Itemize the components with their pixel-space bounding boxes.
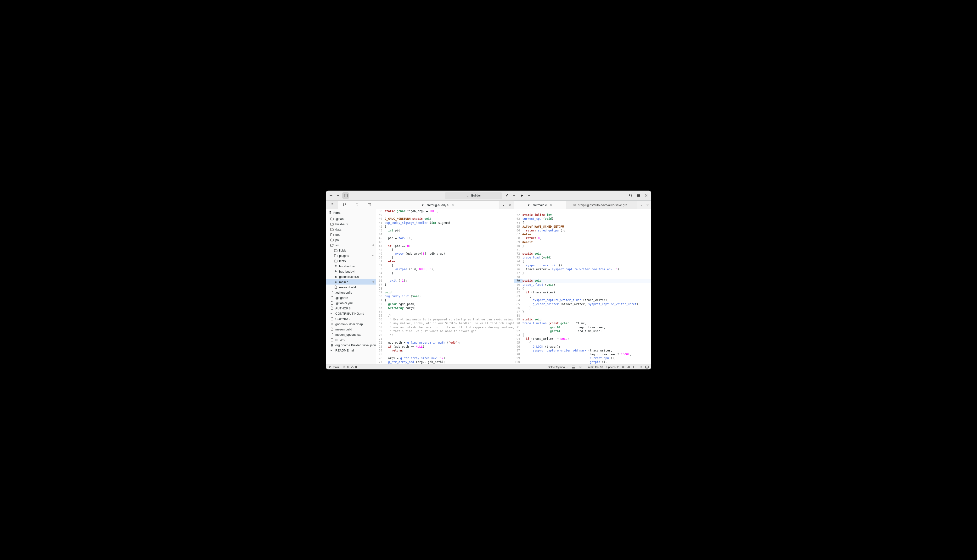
tree-node[interactable]: M↓README.md <box>326 348 376 353</box>
tree-node[interactable]: hbug-buddy.h <box>326 269 376 274</box>
close-tab-icon[interactable]: ✕ <box>550 203 552 207</box>
status-eol[interactable]: LF <box>633 366 636 368</box>
tree-node[interactable]: M↓CONTRIBUTING.md <box>326 311 376 316</box>
panel-icon <box>572 365 575 369</box>
tree-label: NEWS <box>335 338 345 342</box>
build-menu-button[interactable] <box>510 192 517 199</box>
build-button[interactable] <box>504 192 510 199</box>
code-editor-left[interactable]: 38static gchar **gdb_argv = NULL;39 40G_… <box>376 209 514 364</box>
menu-button[interactable] <box>635 192 642 199</box>
tree-node[interactable]: </>gnome-builder.doap <box>326 322 376 327</box>
tree-node[interactable]: Cbug-buddy.c <box>326 263 376 269</box>
pane-close-button[interactable] <box>644 202 650 208</box>
tree-node[interactable]: libide <box>326 248 376 253</box>
tree-node[interactable]: Cmain.c <box>326 279 376 285</box>
tree-node[interactable]: meson.build <box>326 285 376 290</box>
status-branch[interactable]: main <box>328 365 339 369</box>
list-icon <box>330 203 334 207</box>
file-icon: h <box>334 275 338 278</box>
tree-node[interactable]: .gitlab <box>326 216 376 222</box>
svg-point-4 <box>345 203 346 205</box>
tree-node[interactable]: plugins <box>326 253 376 258</box>
file-icon <box>334 285 338 289</box>
tree-label: .gitlab-ci.yml <box>335 301 353 305</box>
tree-node[interactable]: data <box>326 227 376 232</box>
pane-menu-button[interactable] <box>501 202 507 208</box>
file-icon <box>334 254 338 258</box>
tree-node[interactable]: NEWS <box>326 337 376 342</box>
close-window-button[interactable] <box>642 192 649 199</box>
tree-label: AUTHORS <box>335 307 351 310</box>
file-tree[interactable]: .gitlabbuild-auxdatadocposrclibideplugin… <box>326 216 376 364</box>
new-menu-button[interactable] <box>335 192 341 199</box>
tree-node[interactable]: .gitlab-ci.yml <box>326 300 376 306</box>
branch-icon <box>343 203 346 207</box>
tree-label: libide <box>339 249 346 252</box>
status-diagnostics[interactable]: 0 0 <box>342 365 357 369</box>
status-position[interactable]: Ln 62, Col 18 <box>587 366 603 368</box>
tree-label: CONTRIBUTING.md <box>335 312 364 315</box>
tab-bug-buddy[interactable]: C src/bug-buddy.c ✕ <box>376 201 500 209</box>
status-toggle-bottom[interactable] <box>645 365 649 369</box>
status-lang[interactable]: C <box>640 366 642 368</box>
sidebar-tab-vcs[interactable] <box>338 201 351 209</box>
tree-label: .gitlab <box>335 217 344 221</box>
code-editor-right[interactable]: 61 62static inline int63current_cpu (voi… <box>514 209 651 364</box>
svg-point-7 <box>356 205 357 205</box>
tree-node[interactable]: AUTHORS <box>326 306 376 311</box>
hammer-icon <box>505 194 509 198</box>
tree-node[interactable]: {}org.gnome.Builder.Devel.json <box>326 342 376 348</box>
tree-label: meson.build <box>339 285 356 289</box>
sidebar-tab-debug[interactable] <box>351 201 363 209</box>
tree-label: .gitignore <box>335 296 348 300</box>
tree-node[interactable]: .editorconfig <box>326 290 376 295</box>
tree-node[interactable]: tests <box>326 258 376 263</box>
status-indent[interactable]: Spaces: 2 <box>607 366 619 368</box>
chevron-down-icon <box>336 194 340 198</box>
error-icon <box>342 365 346 369</box>
modified-marker <box>372 244 374 246</box>
omnibar-title: Builder <box>471 194 481 197</box>
tree-node[interactable]: build-aux <box>326 222 376 227</box>
file-icon <box>330 327 334 331</box>
svg-point-9 <box>329 366 330 367</box>
tab-main-c[interactable]: C src/main.c ✕ <box>514 201 566 209</box>
updown-icon <box>466 194 470 198</box>
omnibar[interactable]: Builder <box>445 192 502 199</box>
status-symbol[interactable]: Select Symbol… <box>548 366 568 368</box>
file-icon: C <box>334 280 338 284</box>
status-panel-button[interactable] <box>572 365 575 369</box>
tab-gresource[interactable]: </> src/plugins/auto-save/auto-save.gres… <box>566 201 637 209</box>
titlebar: Builder <box>326 190 651 201</box>
pane-menu-button[interactable] <box>638 202 644 208</box>
new-button[interactable] <box>328 192 335 199</box>
svg-point-2 <box>629 194 631 196</box>
tree-node[interactable]: .gitignore <box>326 295 376 300</box>
status-mode[interactable]: INS <box>579 366 583 368</box>
tree-node[interactable]: COPYING <box>326 316 376 322</box>
tree-node[interactable]: po <box>326 237 376 242</box>
pane-close-button[interactable] <box>507 202 513 208</box>
modified-marker <box>372 281 374 283</box>
file-icon <box>330 222 334 226</box>
svg-point-3 <box>343 203 344 205</box>
status-encoding[interactable]: UTF-8 <box>622 366 630 368</box>
tree-node[interactable]: meson_options.txt <box>326 332 376 337</box>
file-icon <box>330 217 334 221</box>
sidebar-tab-todo[interactable] <box>363 201 376 209</box>
tree-node[interactable]: meson.build <box>326 327 376 332</box>
run-menu-button[interactable] <box>525 192 532 199</box>
tree-label: data <box>335 228 341 231</box>
sidebar-tab-files[interactable] <box>326 201 338 209</box>
run-button[interactable] <box>519 192 525 199</box>
file-icon <box>330 243 334 247</box>
tree-node[interactable]: doc <box>326 232 376 237</box>
tree-node[interactable]: src <box>326 242 376 248</box>
close-tab-icon[interactable]: ✕ <box>452 203 454 207</box>
toggle-sidebar-button[interactable] <box>342 192 349 199</box>
search-button[interactable] <box>627 192 634 199</box>
file-icon <box>330 306 334 310</box>
file-icon <box>330 233 334 237</box>
tree-icon <box>328 211 332 215</box>
tree-node[interactable]: hgconstructor.h <box>326 274 376 279</box>
